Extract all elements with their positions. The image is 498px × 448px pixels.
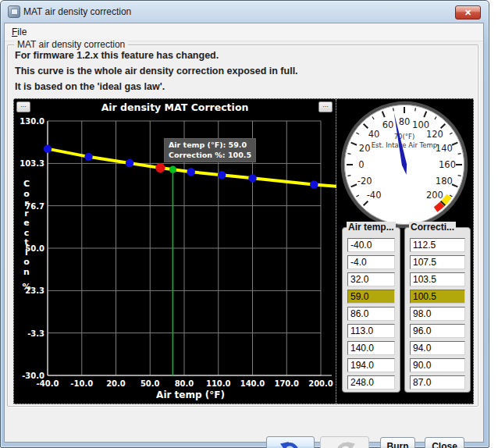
- chart-point-4[interactable]: [187, 168, 195, 176]
- gauge-tick: [393, 108, 394, 111]
- gauge-range-arc: [436, 204, 442, 209]
- undo-arrow-icon: [279, 439, 302, 448]
- table-title-correction: Correcti...: [409, 222, 456, 233]
- air-temp-cell-4[interactable]: 86.0: [347, 307, 395, 321]
- editor-panel: ... Air density MAT Correction ... 130.0…: [13, 98, 474, 404]
- screen: MAT air density correction ✕ File MAT ai…: [0, 0, 498, 448]
- air-temp-cell-2[interactable]: 32.0: [347, 272, 395, 286]
- dialog-window: MAT air density correction ✕ File MAT ai…: [0, 0, 489, 448]
- x-tick-label: 170.0: [274, 379, 299, 388]
- table-title-air-temp: Air temp...: [347, 222, 396, 233]
- y-axis-title-char: o: [23, 257, 30, 267]
- table-group-air-temp: Air temp... -40.0-4.032.059.086.0113.014…: [342, 227, 400, 393]
- gauge-tick-label: 60: [382, 119, 394, 130]
- window-title: MAT air density correction: [23, 6, 131, 17]
- y-axis-title-char: c: [24, 228, 30, 238]
- table-column-correction: 112.5107.5103.5100.598.096.094.090.087.0: [405, 238, 470, 389]
- air-temp-cell-7[interactable]: 194.0: [347, 358, 395, 372]
- air-temp-cell-5[interactable]: 113.0: [347, 324, 395, 338]
- correction-cell-5[interactable]: 96.0: [410, 324, 465, 338]
- gauge-tick-label: 200: [426, 190, 443, 201]
- x-tick-label: 80.0: [175, 379, 194, 388]
- y-tick-label: -3.3: [27, 329, 44, 338]
- gauge-tick-label: 160: [439, 159, 456, 170]
- air-temp-cell-6[interactable]: 140.0: [347, 341, 395, 355]
- x-tick-label: 50.0: [141, 379, 160, 388]
- undo-button[interactable]: [266, 436, 315, 448]
- correction-cell-6[interactable]: 94.0: [410, 341, 465, 355]
- settings-groupbox: MAT air density correction For firmware …: [7, 44, 478, 407]
- y-tick-label: 103.3: [20, 159, 44, 168]
- x-axis-title: Air temp (°F): [156, 389, 225, 400]
- air-temp-cell-3[interactable]: 59.0: [347, 290, 395, 304]
- gauge-tick-label: 80: [399, 116, 411, 127]
- correction-cell-2[interactable]: 103.5: [410, 272, 465, 286]
- gauge-title: Est. Intake Air Temp: [372, 141, 438, 149]
- gauge-tick-label: -20: [357, 176, 372, 187]
- x-tick-label: 20.0: [106, 379, 126, 388]
- tooltip-line: Air temp (°F): 59.0: [169, 140, 251, 150]
- description-line-1: For firmware 1.2.x this feature has chan…: [15, 50, 219, 61]
- x-tick-label: -40.0: [37, 379, 59, 388]
- gauge-tick: [458, 154, 461, 155]
- y-axis-title-char: e: [23, 218, 29, 228]
- correction-cell-1[interactable]: 107.5: [410, 255, 465, 269]
- gauge-tick: [347, 154, 350, 155]
- y-axis-title-char: r: [24, 198, 29, 208]
- redo-arrow-icon: [333, 439, 357, 448]
- gauge-tick-label: 120: [426, 129, 443, 140]
- y-axis-title-char: t: [24, 237, 28, 247]
- x-tick-label: 200.0: [308, 379, 333, 388]
- chart-point-6[interactable]: [248, 174, 256, 182]
- burn-button[interactable]: Burn: [380, 437, 415, 448]
- y-axis-title-char: o: [23, 189, 30, 199]
- y-axis-title-char: r: [24, 208, 29, 219]
- chart-point-1[interactable]: [84, 153, 92, 161]
- correction-cell-4[interactable]: 98.0: [410, 307, 465, 321]
- gauge-tick-label: 180: [436, 176, 453, 187]
- correction-cell-8[interactable]: 87.0: [410, 375, 465, 389]
- gauge-tick-label: 20: [359, 143, 371, 154]
- chart-point-7[interactable]: [310, 180, 318, 188]
- close-button[interactable]: Close: [425, 437, 464, 448]
- correction-cell-7[interactable]: 90.0: [410, 358, 465, 372]
- groupbox-title: MAT air density correction: [14, 39, 128, 50]
- gauge-value-label: 70(°F): [394, 133, 415, 140]
- table-group-correction: Correcti... 112.5107.5103.5100.598.096.0…: [404, 227, 471, 393]
- correction-cell-0[interactable]: 112.5: [410, 238, 465, 252]
- x-tick-label: 140.0: [240, 379, 265, 388]
- gauge-tick-label: 40: [368, 129, 380, 140]
- y-tick-label: 130.0: [20, 117, 44, 126]
- chart-point-0[interactable]: [44, 144, 52, 152]
- x-tick-label: -10.0: [70, 379, 93, 388]
- chart-point-5[interactable]: [218, 171, 226, 179]
- y-axis-title-char: C: [23, 179, 30, 189]
- chart-point-2[interactable]: [126, 159, 133, 167]
- y-axis-title-char: %: [22, 282, 30, 292]
- app-icon: [8, 5, 20, 18]
- titlebar-close-button[interactable]: ✕: [455, 5, 481, 20]
- cursor-dot: [169, 166, 176, 173]
- description-line-2: This curve is the whole air density corr…: [15, 66, 298, 76]
- correction-cell-3[interactable]: 100.5: [410, 290, 465, 304]
- x-tick-label: 110.0: [206, 379, 231, 388]
- y-axis-title-char: i: [25, 247, 28, 258]
- air-temp-cell-8[interactable]: 248.0: [347, 375, 395, 389]
- titlebar[interactable]: MAT air density correction ✕: [1, 1, 489, 23]
- redo-button[interactable]: [320, 436, 369, 448]
- air-temp-gauge: -40-2002040608010012014016018020070(°F)E…: [337, 99, 471, 229]
- gauge-tick: [458, 176, 461, 176]
- table-column-air-temp: -40.0-4.032.059.086.0113.0140.0194.0248.…: [343, 238, 400, 389]
- air-temp-cell-1[interactable]: -4.0: [347, 255, 395, 269]
- tooltip-line: Correction %: 100.5: [169, 150, 251, 160]
- gauge-tick: [347, 176, 350, 176]
- chart-panel: ... Air density MAT Correction ... 130.0…: [14, 99, 336, 404]
- gauge-tick: [415, 108, 416, 111]
- gauge-tick-label: 0: [358, 159, 364, 170]
- client-area: File MAT air density correction For firm…: [4, 23, 484, 443]
- menu-item-file[interactable]: File: [5, 23, 34, 37]
- chart-point-selected[interactable]: [155, 163, 165, 172]
- air-temp-cell-0[interactable]: -40.0: [347, 238, 395, 252]
- description-line-3: It is based on the 'ideal gas law'.: [15, 81, 165, 92]
- chart-tooltip: Air temp (°F): 59.0Correction %: 100.5: [164, 138, 256, 162]
